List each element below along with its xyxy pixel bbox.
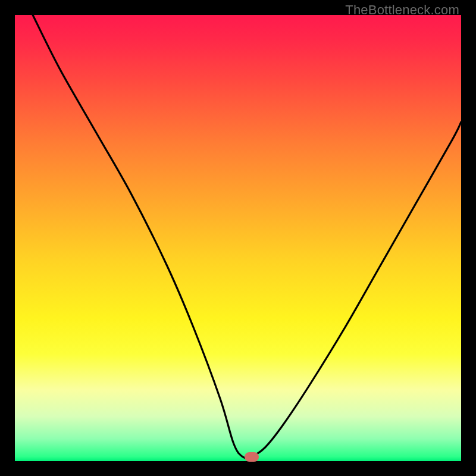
chart-frame	[15, 15, 461, 461]
optimal-point-marker	[245, 452, 259, 462]
bottleneck-curve	[15, 15, 461, 461]
watermark-text: TheBottleneck.com	[345, 2, 459, 18]
